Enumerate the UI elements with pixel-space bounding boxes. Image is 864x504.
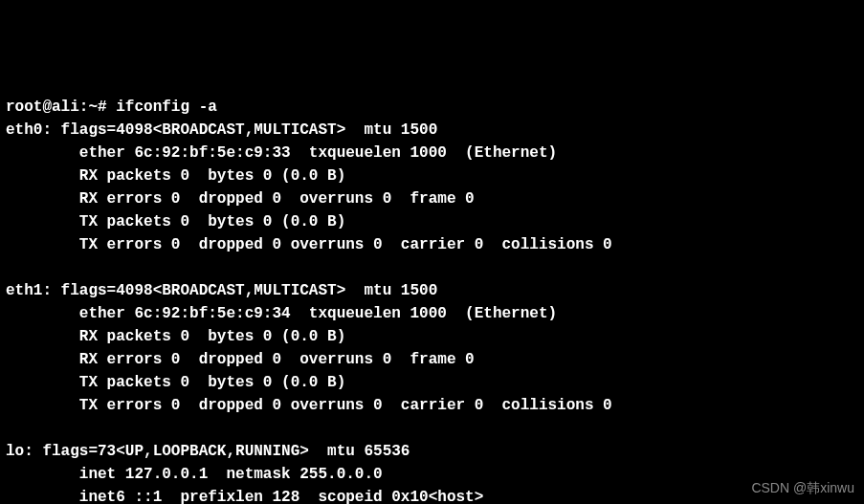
command-text: ifconfig -a <box>116 99 217 116</box>
lo-inet: inet 127.0.0.1 netmask 255.0.0.0 <box>6 463 858 486</box>
eth0-header: eth0: flags=4098<BROADCAST,MULTICAST> mt… <box>6 119 858 142</box>
lo-inet6: inet6 ::1 prefixlen 128 scopeid 0x10<hos… <box>6 486 858 504</box>
eth0-tx-packets: TX packets 0 bytes 0 (0.0 B) <box>6 210 858 233</box>
eth0-ether: ether 6c:92:bf:5e:c9:33 txqueuelen 1000 … <box>6 142 858 164</box>
eth1-tx-errors: TX errors 0 dropped 0 overruns 0 carrier… <box>6 394 858 417</box>
eth1-ether: ether 6c:92:bf:5e:c9:34 txqueuelen 1000 … <box>6 302 858 325</box>
eth0-rx-packets: RX packets 0 bytes 0 (0.0 B) <box>6 164 858 187</box>
eth0-rx-errors: RX errors 0 dropped 0 overruns 0 frame 0 <box>6 187 858 210</box>
shell-prompt: root@ali:~# <box>6 99 116 116</box>
eth1-rx-errors: RX errors 0 dropped 0 overruns 0 frame 0 <box>6 348 858 371</box>
terminal-output: root@ali:~# ifconfig -aeth0: flags=4098<… <box>6 96 858 504</box>
eth1-header: eth1: flags=4098<BROADCAST,MULTICAST> mt… <box>6 279 858 302</box>
eth0-tx-errors: TX errors 0 dropped 0 overruns 0 carrier… <box>6 233 858 256</box>
eth1-tx-packets: TX packets 0 bytes 0 (0.0 B) <box>6 371 858 394</box>
watermark: CSDN @韩xinwu <box>751 478 854 498</box>
blank-line-2 <box>6 417 858 440</box>
eth1-rx-packets: RX packets 0 bytes 0 (0.0 B) <box>6 325 858 348</box>
command-line[interactable]: root@ali:~# ifconfig -a <box>6 96 858 119</box>
lo-header: lo: flags=73<UP,LOOPBACK,RUNNING> mtu 65… <box>6 440 858 463</box>
blank-line-1 <box>6 256 858 279</box>
